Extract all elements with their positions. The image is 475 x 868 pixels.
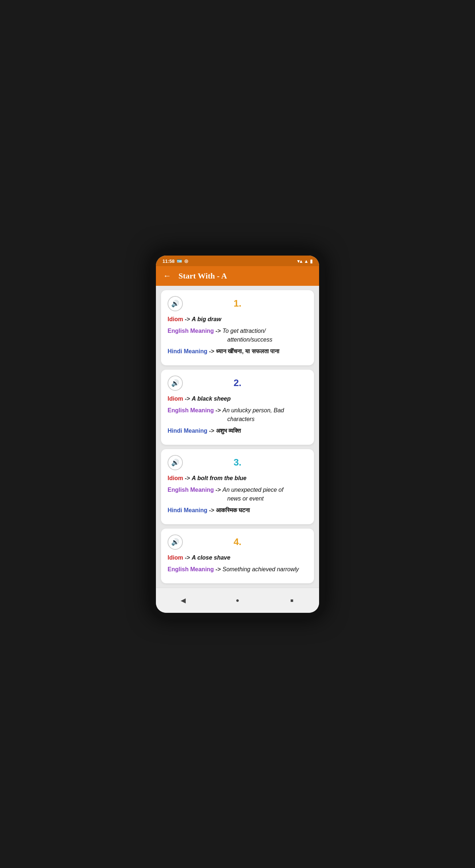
card-number-2: 2.	[168, 377, 307, 389]
card-number-4: 4.	[168, 536, 307, 548]
english-label-1: English Meaning	[168, 328, 214, 334]
idiom-line-2: Idiom -> A black sheep	[168, 394, 307, 403]
battery-icon: ▮	[310, 258, 313, 264]
hindi-text-3: आकस्मिक घटना	[216, 507, 250, 513]
card-header-1: 🔊 1.	[168, 296, 307, 311]
idiom-card-3: 🔊 3. Idiom -> A bolt from the blue Engli…	[161, 449, 314, 524]
idiom-label-1: Idiom	[168, 316, 183, 322]
idiom-label-3: Idiom	[168, 475, 183, 481]
idiom-card-4: 🔊 4. Idiom -> A close shave English Mean…	[161, 529, 314, 583]
hindi-line-3: Hindi Meaning -> आकस्मिक घटना	[168, 506, 307, 515]
card-number-3: 3.	[168, 457, 307, 468]
home-nav-icon: ●	[236, 597, 239, 604]
idiom-label-2: Idiom	[168, 396, 183, 402]
hindi-label-1: Hindi Meaning	[168, 348, 207, 354]
hindi-line-1: Hindi Meaning -> ध्यान खींचना, या सफलता …	[168, 347, 307, 356]
home-nav-button[interactable]: ●	[230, 593, 245, 608]
time-display: 11:58	[162, 258, 174, 264]
idiom-line-1: Idiom -> A big draw	[168, 315, 307, 324]
english-label-2: English Meaning	[168, 407, 214, 413]
bottom-nav: ◀ ● ■	[156, 588, 319, 613]
card-number-1: 1.	[168, 298, 307, 309]
sim-icon: 🪪	[177, 258, 182, 264]
idiom-text-1: A big draw	[192, 316, 221, 322]
recent-nav-icon: ■	[290, 598, 293, 603]
card-header-4: 🔊 4.	[168, 534, 307, 550]
hindi-line-2: Hindi Meaning -> अशुभ व्यक्ति	[168, 427, 307, 435]
english-label-3: English Meaning	[168, 487, 214, 493]
idiom-card-2: 🔊 2. Idiom -> A black sheep English Mean…	[161, 370, 314, 445]
back-nav-button[interactable]: ◀	[176, 593, 191, 608]
idiom-card-1: 🔊 1. Idiom -> A big draw English Meaning…	[161, 290, 314, 365]
idiom-line-4: Idiom -> A close shave	[168, 553, 307, 562]
idiom-text-3: A bolt from the blue	[192, 475, 247, 481]
card-header-2: 🔊 2.	[168, 375, 307, 391]
wifi-icon: ▾▴	[297, 258, 302, 264]
phone-screen: 11:58 🪪 ◎ ▾▴ ▲ ▮ ← Start With - A 🔊	[156, 256, 319, 613]
english-label-4: English Meaning	[168, 566, 214, 572]
status-left: 11:58 🪪 ◎	[162, 258, 188, 264]
english-line-1: English Meaning -> To get attraction/att…	[168, 327, 307, 344]
status-right: ▾▴ ▲ ▮	[297, 258, 313, 264]
english-line-3: English Meaning -> An unexpected piece o…	[168, 486, 307, 503]
card-header-3: 🔊 3.	[168, 455, 307, 470]
do-not-disturb-icon: ◎	[184, 258, 188, 264]
signal-icon: ▲	[304, 258, 309, 264]
content-area: 🔊 1. Idiom -> A big draw English Meaning…	[156, 286, 319, 588]
english-line-4: English Meaning -> Something achieved na…	[168, 565, 307, 574]
idiom-text-4: A close shave	[192, 554, 230, 561]
english-line-2: English Meaning -> An unlucky person, Ba…	[168, 406, 307, 424]
phone-shell: 11:58 🪪 ◎ ▾▴ ▲ ▮ ← Start With - A 🔊	[150, 250, 325, 619]
status-bar: 11:58 🪪 ◎ ▾▴ ▲ ▮	[156, 256, 319, 266]
hindi-text-2: अशुभ व्यक्ति	[216, 428, 241, 434]
recent-nav-button[interactable]: ■	[284, 593, 299, 608]
back-button[interactable]: ←	[163, 271, 171, 281]
idiom-text-2: A black sheep	[192, 396, 231, 402]
english-text-4: Something achieved narrowly	[223, 566, 299, 572]
back-nav-icon: ◀	[181, 596, 186, 604]
app-bar: ← Start With - A	[156, 266, 319, 286]
idiom-line-3: Idiom -> A bolt from the blue	[168, 474, 307, 483]
app-title: Start With - A	[178, 271, 227, 281]
hindi-label-2: Hindi Meaning	[168, 428, 207, 434]
idiom-label-4: Idiom	[168, 554, 183, 561]
hindi-text-1: ध्यान खींचना, या सफलता पाना	[216, 348, 279, 354]
hindi-label-3: Hindi Meaning	[168, 507, 207, 513]
